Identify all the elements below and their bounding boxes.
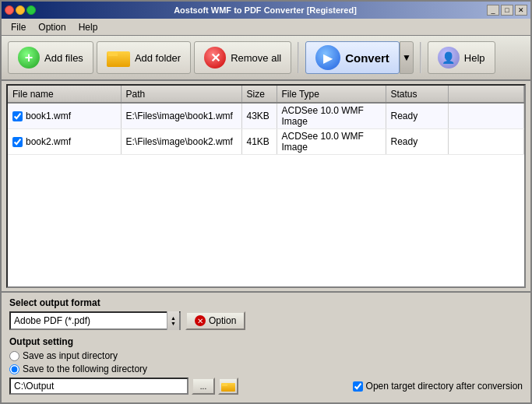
- add-files-icon: +: [18, 47, 40, 69]
- path-row: ... Open target directory after conversi…: [9, 378, 523, 395]
- cell-type-1: ACDSee 10.0 WMF Image: [277, 103, 386, 129]
- help-icon: 👤: [438, 47, 460, 69]
- format-section-label: Select output format: [9, 297, 523, 308]
- cell-filename-2: book2.wmf: [8, 129, 121, 155]
- menu-help[interactable]: Help: [72, 20, 104, 34]
- add-folder-icon: [107, 48, 130, 67]
- close-dot[interactable]: [5, 5, 14, 15]
- file-table-container: File name Path Size File Type Status boo…: [6, 84, 526, 288]
- remove-all-button[interactable]: ✕ Remove all: [194, 41, 291, 74]
- file-table: File name Path Size File Type Status boo…: [8, 86, 524, 155]
- minimize-button[interactable]: _: [487, 5, 499, 16]
- radio2-row: Save to the following directory: [9, 364, 523, 374]
- output-section-label: Output setting: [9, 336, 523, 347]
- row2-checkbox[interactable]: [12, 137, 23, 147]
- remove-all-icon: ✕: [204, 47, 226, 69]
- radio2-label: Save to the following directory: [23, 364, 147, 374]
- convert-button[interactable]: ▶ Convert: [305, 41, 400, 74]
- convert-dropdown-button[interactable]: ▼: [400, 41, 414, 74]
- cell-status-2: Ready: [386, 129, 448, 155]
- cell-path-2: E:\Files\image\book2.wmf: [121, 129, 241, 155]
- menu-file[interactable]: File: [5, 20, 32, 34]
- add-folder-button[interactable]: Add folder: [97, 41, 191, 74]
- row1-name: book1.wmf: [26, 111, 71, 121]
- main-window: Aostsoft WMF to PDF Converter [Registere…: [0, 0, 532, 404]
- browse-button[interactable]: ...: [192, 378, 215, 395]
- add-files-label: Add files: [44, 52, 83, 64]
- table-row: book1.wmf E:\Files\image\book1.wmf 43KB …: [8, 103, 524, 129]
- col-filename: File name: [8, 86, 121, 103]
- open-target-checkbox[interactable]: [353, 381, 363, 392]
- col-status: Status: [386, 86, 448, 103]
- option-icon: ✕: [195, 315, 206, 326]
- window-title: Aostsoft WMF to PDF Converter [Registere…: [44, 5, 487, 15]
- toolbar: + Add files Add folder ✕ Remove all ▶ Co…: [2, 36, 530, 81]
- col-extra: [448, 86, 524, 103]
- help-label: Help: [464, 52, 485, 64]
- output-path-input[interactable]: [9, 378, 188, 395]
- row1-checkbox[interactable]: [12, 111, 23, 121]
- max-dot[interactable]: [26, 5, 36, 15]
- add-files-button[interactable]: + Add files: [8, 41, 93, 74]
- cell-type-2: ACDSee 10.0 WMF Image: [277, 129, 386, 155]
- menu-option[interactable]: Option: [32, 20, 72, 34]
- min-dot[interactable]: [16, 5, 25, 15]
- cell-status-1: Ready: [386, 103, 448, 129]
- open-folder-button[interactable]: [218, 378, 238, 395]
- format-row: Adobe PDF (*.pdf) ▲ ▼ ✕ Option: [9, 311, 523, 330]
- maximize-button[interactable]: □: [501, 5, 513, 16]
- format-select-arrows[interactable]: ▲ ▼: [167, 311, 179, 330]
- table-row: book2.wmf E:\Files\image\book2.wmf 41KB …: [8, 129, 524, 155]
- open-target-label: Open target directory after conversion: [366, 381, 523, 392]
- convert-icon: ▶: [315, 45, 340, 70]
- toolbar-separator: [298, 42, 299, 73]
- col-size: Size: [241, 86, 277, 103]
- help-button[interactable]: 👤 Help: [428, 41, 495, 74]
- cell-size-1: 43KB: [241, 103, 277, 129]
- format-select-text: Adobe PDF (*.pdf): [11, 315, 167, 326]
- radio-save-following-dir[interactable]: [9, 364, 19, 374]
- convert-label: Convert: [345, 51, 389, 65]
- toolbar-separator2: [420, 42, 421, 73]
- cell-extra-1: [448, 103, 524, 129]
- option-label: Option: [209, 315, 236, 326]
- row2-name: book2.wmf: [26, 136, 71, 147]
- col-path: Path: [121, 86, 241, 103]
- output-section: Output setting Save as input directory S…: [9, 336, 523, 395]
- radio-save-input-dir[interactable]: [9, 351, 19, 361]
- remove-all-label: Remove all: [231, 52, 281, 64]
- format-select-wrapper: Adobe PDF (*.pdf) ▲ ▼: [9, 311, 181, 330]
- cell-size-2: 41KB: [241, 129, 277, 155]
- cell-path-1: E:\Files\image\book1.wmf: [121, 103, 241, 129]
- option-button[interactable]: ✕ Option: [185, 311, 245, 330]
- radio1-label: Save as input directory: [23, 350, 118, 361]
- close-button[interactable]: ✕: [515, 5, 527, 16]
- cell-filename-1: book1.wmf: [8, 103, 121, 129]
- window-controls: _ □ ✕: [487, 5, 527, 16]
- cell-extra-2: [448, 129, 524, 155]
- bottom-panel: Select output format Adobe PDF (*.pdf) ▲…: [2, 291, 530, 402]
- open-target-checkbox-row: Open target directory after conversion: [353, 381, 523, 392]
- menu-bar: File Option Help: [2, 19, 530, 36]
- add-folder-label: Add folder: [135, 52, 181, 64]
- open-folder-icon: [221, 381, 235, 392]
- col-filetype: File Type: [277, 86, 386, 103]
- radio1-row: Save as input directory: [9, 350, 523, 361]
- browse-label: ...: [200, 382, 206, 391]
- title-bar: Aostsoft WMF to PDF Converter [Registere…: [2, 2, 530, 19]
